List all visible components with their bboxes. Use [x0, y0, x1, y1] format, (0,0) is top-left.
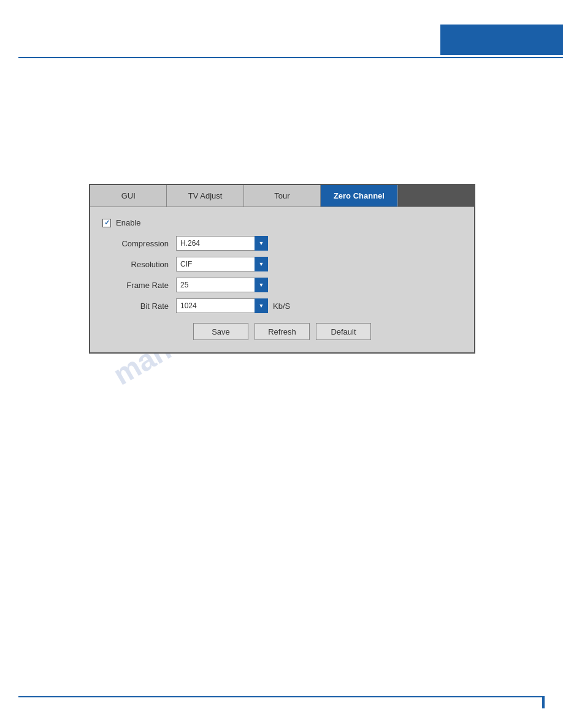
- tab-tour[interactable]: Tour: [244, 185, 321, 207]
- tab-extra: [398, 185, 474, 207]
- tab-bar: GUI TV Adjust Tour Zero Channel: [90, 185, 474, 207]
- compression-select-wrapper: H.264 H.265 MJPEG: [176, 236, 268, 251]
- panel-body: Enable Compression H.264 H.265 MJPEG Res…: [90, 207, 474, 352]
- enable-row: Enable: [102, 218, 462, 227]
- compression-row: Compression H.264 H.265 MJPEG: [102, 236, 462, 251]
- enable-checkbox[interactable]: [102, 219, 111, 227]
- bit-rate-unit: Kb/S: [273, 301, 290, 311]
- bit-rate-select-wrapper: 512 1024 2048 4096: [176, 298, 268, 313]
- top-blue-decoration: [440, 25, 563, 55]
- save-button[interactable]: Save: [193, 323, 248, 340]
- settings-panel: GUI TV Adjust Tour Zero Channel Enable C…: [89, 184, 475, 354]
- default-button[interactable]: Default: [316, 323, 371, 340]
- bit-rate-select[interactable]: 512 1024 2048 4096: [176, 298, 268, 313]
- button-row: Save Refresh Default: [102, 323, 462, 340]
- frame-rate-select-wrapper: 1 5 10 15 20 25 30: [176, 278, 268, 292]
- bit-rate-row: Bit Rate 512 1024 2048 4096 Kb/S: [102, 298, 462, 313]
- refresh-button[interactable]: Refresh: [255, 323, 310, 340]
- frame-rate-select[interactable]: 1 5 10 15 20 25 30: [176, 278, 268, 292]
- top-divider-line: [18, 57, 563, 58]
- resolution-select[interactable]: CIF D1 720P 1080P: [176, 257, 268, 271]
- enable-label: Enable: [116, 218, 140, 227]
- bit-rate-label: Bit Rate: [109, 301, 176, 311]
- resolution-label: Resolution: [109, 260, 176, 269]
- compression-select[interactable]: H.264 H.265 MJPEG: [176, 236, 268, 251]
- bottom-divider-line: [18, 696, 545, 697]
- frame-rate-label: Frame Rate: [109, 281, 176, 290]
- tab-gui[interactable]: GUI: [90, 185, 167, 207]
- tab-zero-channel[interactable]: Zero Channel: [321, 185, 397, 207]
- frame-rate-row: Frame Rate 1 5 10 15 20 25 30: [102, 278, 462, 292]
- compression-label: Compression: [109, 239, 176, 248]
- bottom-right-decoration: [542, 697, 545, 708]
- resolution-row: Resolution CIF D1 720P 1080P: [102, 257, 462, 271]
- resolution-select-wrapper: CIF D1 720P 1080P: [176, 257, 268, 271]
- tab-tv-adjust[interactable]: TV Adjust: [167, 185, 243, 207]
